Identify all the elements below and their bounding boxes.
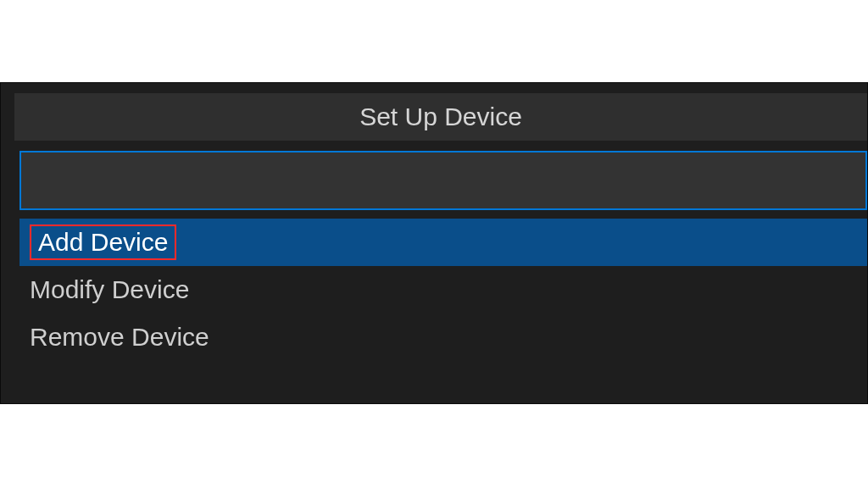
device-action-list: Add Device Modify Device Remove Device <box>19 219 867 361</box>
list-item-label: Add Device <box>38 228 168 256</box>
panel-title: Set Up Device <box>359 103 522 131</box>
list-item-add-device[interactable]: Add Device <box>19 219 867 266</box>
list-item-remove-device[interactable]: Remove Device <box>19 313 867 361</box>
list-item-modify-device[interactable]: Modify Device <box>19 266 867 313</box>
search-input[interactable] <box>30 152 865 208</box>
list-item-label: Modify Device <box>30 275 189 304</box>
highlight-box: Add Device <box>30 225 176 260</box>
device-panel: Set Up Device Add Device Modify Device R… <box>0 82 868 404</box>
panel-title-bar: Set Up Device <box>14 93 867 141</box>
search-field-wrap[interactable] <box>19 151 867 210</box>
list-item-label: Remove Device <box>30 323 209 352</box>
